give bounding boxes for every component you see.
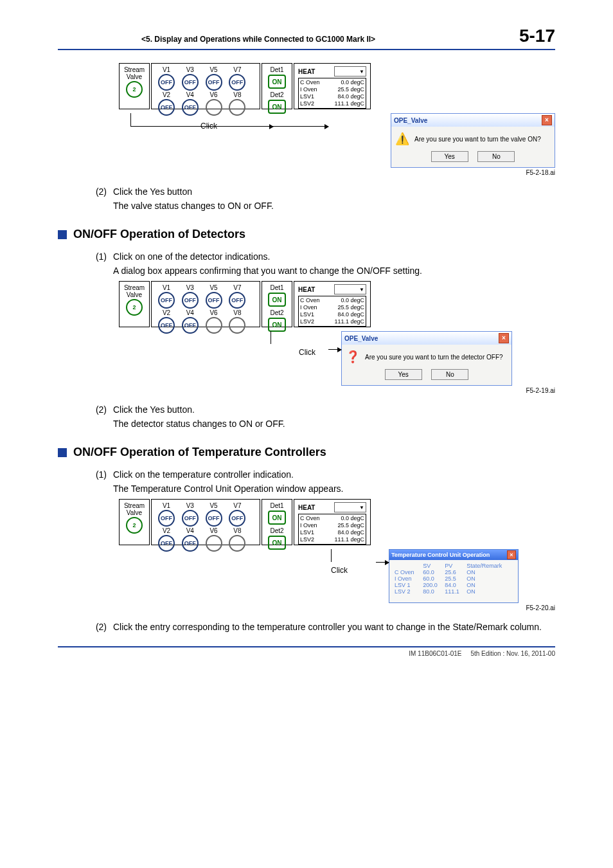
heat-box: HEAT ▼ C Oven0.0 degC I Oven25.5 degC LS… [294, 281, 371, 327]
step-number: (2) [89, 404, 107, 415]
heat-readings[interactable]: C Oven0.0 degC I Oven25.5 degC LSV184.0 … [298, 514, 366, 545]
figure-ref: F5-2-19.ai [119, 387, 555, 394]
step-item: (2) Click the Yes button. [89, 404, 555, 415]
valve-v6[interactable] [206, 535, 222, 552]
heat-readings[interactable]: C Oven0.0 degC I Oven25.5 degC LSV184.0 … [298, 296, 366, 327]
valve-v7[interactable]: OFF [229, 292, 245, 309]
det1-state[interactable]: ON [268, 511, 286, 525]
stream-valve-box: Stream Valve 2 [119, 281, 150, 327]
heat-title: HEAT [298, 68, 315, 75]
det1-state[interactable]: ON [268, 293, 286, 307]
valve-v5[interactable]: OFF [206, 74, 222, 91]
valve-label: V4 [186, 91, 194, 98]
detectors-box: Det1 ON Det2 ON [262, 63, 292, 109]
valve-label: V6 [209, 91, 217, 98]
heading-bullet-icon [58, 230, 67, 239]
doc-id: IM 11B06C01-01E [409, 650, 461, 657]
table-row: C Oven60.025.6ON [393, 569, 514, 575]
step-item: (1) Click on the temperature controller … [89, 469, 555, 480]
heat-dropdown[interactable]: ▼ [334, 66, 366, 77]
heat-readings[interactable]: C Oven0.0 degC I Oven25.5 degC LSV184.0 … [298, 78, 366, 109]
valve-v8[interactable] [229, 317, 245, 334]
yes-button[interactable]: Yes [431, 151, 468, 162]
stream-indicator[interactable]: 2 [126, 517, 143, 534]
stream-valve-box: Stream Valve 2 [119, 499, 150, 545]
step-subtext: The Temperature Control Unit Operation w… [113, 484, 555, 494]
valve-confirm-dialog: OPE_Valve × ⚠️ Are you sure you want to … [391, 113, 555, 168]
step-number: (1) [89, 469, 107, 480]
valve-v4[interactable]: OFF [182, 317, 199, 334]
dialog-title: OPE_Valve [394, 117, 427, 124]
doc-edition: 5th Edition : Nov. 16, 2011-00 [470, 650, 555, 657]
det2-state[interactable]: ON [268, 100, 286, 114]
tcu-window: Temperature Control Unit Operation × SVP… [389, 549, 519, 603]
step-item: (2) Click the entry corresponding to the… [89, 622, 555, 632]
heat-box: HEAT ▼ C Oven0.0 degC I Oven25.5 degC LS… [294, 63, 371, 109]
valve-v2[interactable]: OFF [158, 535, 175, 552]
detector-confirm-dialog: OPE_Valve × ❓ Are you sure you want to t… [341, 331, 512, 386]
det1-state[interactable]: ON [268, 75, 286, 89]
close-icon[interactable]: × [499, 333, 509, 343]
valve-v8[interactable] [229, 535, 245, 552]
close-icon[interactable]: × [542, 115, 552, 125]
dialog-message: Are you sure you want to turn the detect… [365, 354, 503, 361]
figure-tcu-operation: Stream Valve 2 V1OFF V3OFF V5OFF V7OFF V… [119, 499, 555, 611]
valve-v4[interactable]: OFF [182, 535, 199, 552]
click-label: Click [331, 566, 376, 575]
dialog-message: Are you sure you want to turn the valve … [414, 136, 541, 143]
step-number: (2) [89, 622, 107, 632]
figure-ref: F5-2-18.ai [119, 169, 555, 176]
valve-v5[interactable]: OFF [206, 292, 222, 309]
click-label: Click [286, 348, 328, 357]
valve-v1[interactable]: OFF [158, 292, 175, 309]
det2-label: Det2 [266, 91, 288, 98]
section-heading: ON/OFF Operation of Temperature Controll… [58, 446, 555, 459]
det1-label: Det1 [266, 66, 288, 73]
no-button[interactable]: No [477, 151, 515, 162]
det2-state[interactable]: ON [268, 318, 286, 332]
stream-indicator[interactable]: 2 [126, 81, 143, 98]
warning-icon: ⚠️ [395, 132, 409, 146]
valve-label: V5 [209, 66, 217, 73]
figure-valve-operation: Stream Valve 2 V1OFF V3OFF V5OFF V7OFF V… [119, 63, 555, 176]
step-text: Click the entry corresponding to the tem… [113, 622, 542, 632]
close-icon[interactable]: × [507, 550, 516, 559]
tcu-title-text: Temperature Control Unit Operation [391, 552, 490, 558]
valve-v2[interactable]: OFF [158, 317, 175, 334]
valve-v3[interactable]: OFF [182, 510, 199, 527]
page-header: <5. Display and Operations while Connect… [58, 26, 555, 50]
heat-dropdown[interactable]: ▼ [334, 502, 366, 512]
step-subtext: The detector status changes to ON or OFF… [113, 419, 555, 429]
valve-v5[interactable]: OFF [206, 510, 222, 527]
valve-v1[interactable]: OFF [158, 74, 175, 91]
yes-button[interactable]: Yes [385, 369, 422, 380]
valve-v7[interactable]: OFF [229, 510, 245, 527]
dialog-title: OPE_Valve [344, 335, 378, 342]
valve-v3[interactable]: OFF [182, 292, 199, 309]
valve-label: V2 [163, 91, 170, 98]
valve-v3[interactable]: OFF [182, 74, 199, 91]
step-subtext: A dialog box appears confirming that you… [113, 266, 555, 276]
stream-indicator[interactable]: 2 [126, 299, 143, 316]
valves-box: V1OFF V3OFF V5OFF V7OFF V2OFF V4OFF V6 V… [151, 281, 260, 327]
heading-bullet-icon [58, 448, 67, 457]
detectors-box: Det1 ON Det2 ON [262, 281, 292, 327]
step-number: (1) [89, 251, 107, 262]
breadcrumb: <5. Display and Operations while Connect… [141, 35, 375, 44]
valve-v1[interactable]: OFF [158, 510, 175, 527]
stream-valve-box: Stream Valve 2 [119, 63, 150, 109]
heading-text: ON/OFF Operation of Temperature Controll… [73, 446, 326, 459]
det2-state[interactable]: ON [268, 536, 286, 550]
page-footer: IM 11B06C01-01E 5th Edition : Nov. 16, 2… [58, 646, 555, 657]
valves-box: V1OFF V3OFF V5OFF V7OFF V2OFF V4OFF V6 V… [151, 499, 260, 545]
valve-v6[interactable] [206, 317, 222, 334]
step-text: Click the Yes button [113, 186, 192, 197]
valve-v7[interactable]: OFF [229, 74, 245, 91]
heat-dropdown[interactable]: ▼ [334, 284, 366, 294]
tcu-table[interactable]: SVPVState/Remark C Oven60.025.6ON I Oven… [389, 560, 518, 602]
valve-label: V8 [233, 91, 241, 98]
valve-label: V7 [233, 66, 241, 73]
no-button[interactable]: No [431, 369, 468, 380]
step-subtext: The valve status changes to ON or OFF. [113, 201, 555, 211]
step-item: (1) Click on one of the detector indicat… [89, 251, 555, 262]
